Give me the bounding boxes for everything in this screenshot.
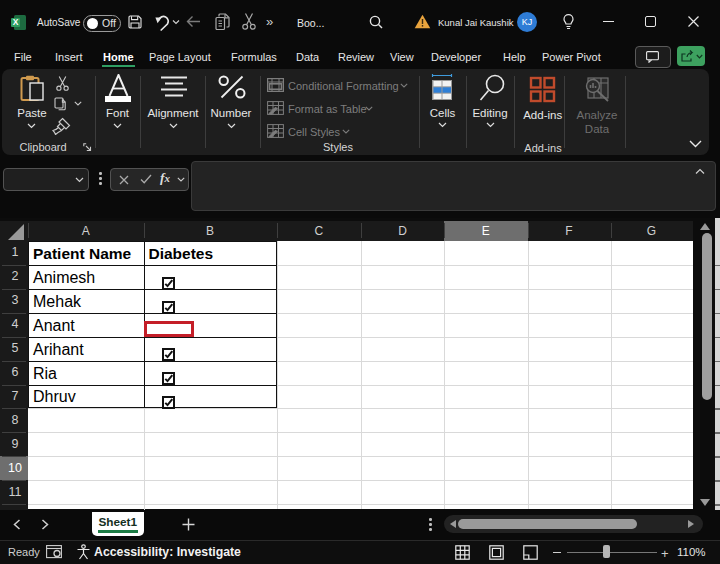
svg-text:X: X [13, 17, 19, 27]
